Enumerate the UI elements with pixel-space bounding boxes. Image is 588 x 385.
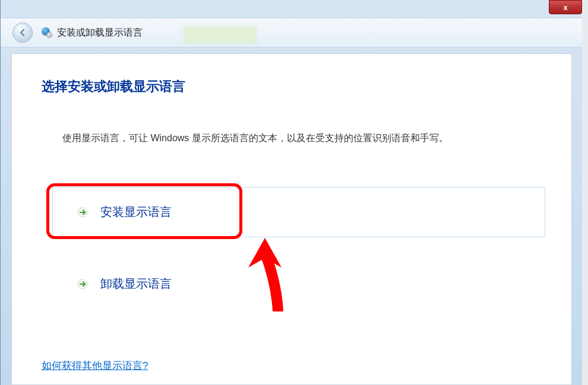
back-button[interactable] (12, 23, 33, 43)
window-frame: x 安装或卸载显示语言 选择安装或卸载显示语言 使用显示语言，可让 Window… (0, 0, 582, 385)
close-icon: x (563, 3, 567, 12)
header-bar: 安装或卸载显示语言 (1, 18, 582, 47)
forward-arrow-icon (77, 278, 88, 290)
close-button[interactable]: x (549, 0, 582, 14)
option-list: 安装显示语言 卸载显示语言 (52, 187, 545, 309)
uninstall-option-wrapper: 卸载显示语言 (52, 259, 545, 309)
forward-arrow-icon (77, 206, 88, 218)
install-option-label: 安装显示语言 (100, 204, 172, 220)
page-description: 使用显示语言，可让 Windows 显示所选语言的文本，以及在受支持的位置识别语… (12, 96, 571, 145)
page-title: 选择安装或卸载显示语言 (12, 54, 571, 96)
content-panel: 选择安装或卸载显示语言 使用显示语言，可让 Windows 显示所选语言的文本，… (11, 53, 572, 385)
help-link[interactable]: 如何获得其他显示语言? (42, 359, 148, 373)
back-arrow-icon (18, 28, 27, 37)
language-pack-icon (42, 27, 52, 38)
header-title: 安装或卸载显示语言 (57, 27, 143, 39)
uninstall-language-option[interactable]: 卸载显示语言 (52, 259, 545, 309)
background-blur (185, 27, 256, 43)
install-language-option[interactable]: 安装显示语言 (52, 187, 545, 237)
install-option-wrapper: 安装显示语言 (52, 187, 545, 237)
uninstall-option-label: 卸载显示语言 (100, 276, 172, 292)
